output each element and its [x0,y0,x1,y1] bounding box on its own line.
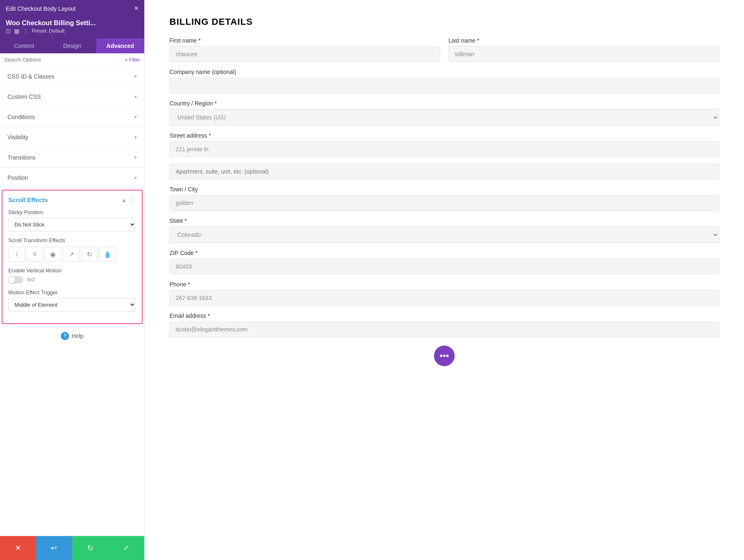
preset-label[interactable]: Preset: Default [32,28,64,34]
address1-label: Street address * [169,132,719,139]
company-row: Company name (optional) [169,69,719,93]
undo-button[interactable]: ↩ [36,536,72,560]
first-name-input[interactable] [169,46,440,62]
phone-input[interactable] [169,290,719,306]
zip-input[interactable] [169,259,719,274]
email-row: Email address * [169,312,719,337]
accordion-visibility: Visibility ▾ [0,127,144,148]
fab-button[interactable]: ••• [434,346,455,366]
enable-vertical-label: Enable Vertical Motion [8,267,136,274]
filter-button[interactable]: + Filter [125,57,140,63]
accordion-position-header[interactable]: Position ▾ [0,168,144,188]
chevron-down-icon: ▾ [134,134,137,140]
help-footer: ? Help [0,326,144,346]
scroll-effects-header: Scroll Effects ▲ ⋮ [8,196,136,203]
phone-group: Phone * [169,281,719,306]
transparency-icon-btn[interactable]: ◉ [45,247,61,262]
state-label: State * [169,217,719,224]
columns-icon[interactable]: ▦ [14,28,19,34]
tab-content[interactable]: Content [0,38,48,53]
address1-row: Street address * [169,132,719,157]
tab-advanced[interactable]: Advanced [96,38,144,53]
transform-effects-label: Scroll Transform Effects [8,237,136,243]
edit-icon[interactable]: ⊡ [6,28,11,34]
horizontal-motion-icon-btn[interactable]: ≡ [26,247,43,262]
search-input[interactable] [4,57,122,63]
accordion-custom-css-label: Custom CSS [7,93,41,100]
accordion-visibility-header[interactable]: Visibility ▾ [0,127,144,147]
rotate-icon-btn[interactable]: ↻ [81,247,98,262]
email-label: Email address * [169,312,719,319]
email-group: Email address * [169,312,719,337]
sticky-position-select[interactable]: Do Not Stick Top of Page Bottom of Page [8,218,136,231]
billing-title: BILLING DETAILS [169,17,719,27]
zip-label: ZIP Code * [169,250,719,256]
city-label: Town / City [169,186,719,193]
city-input[interactable] [169,195,719,211]
help-label[interactable]: Help [72,333,83,339]
scroll-effects-title: Scroll Effects [8,196,48,203]
state-group: State * Colorado [169,217,719,243]
accordion-css-id-label: CSS ID & Classes [7,73,55,80]
vertical-motion-icon-btn[interactable]: ↕ [8,247,25,262]
panel-subheader: Woo Checkout Billing Setti... ⊡ ▦ ⋮ Pres… [0,17,144,38]
chevron-down-icon: ▾ [134,74,137,79]
toggle-no-label: NO [27,277,35,283]
address2-row [169,164,719,179]
accordion-conditions-label: Conditions [7,114,35,120]
accordion-conditions-header[interactable]: Conditions ▾ [0,107,144,127]
last-name-input[interactable] [448,46,719,62]
address1-input[interactable] [169,141,719,157]
panel-header-title: Edit Checkout Body Layout [6,5,76,12]
first-name-label: First name * [169,37,440,44]
collapse-icon[interactable]: ▲ [121,197,127,203]
accordion-custom-css: Custom CSS ▾ [0,87,144,107]
chevron-down-icon: ▾ [134,94,137,100]
tab-design[interactable]: Design [48,38,96,53]
phone-row: Phone * [169,281,719,306]
chevron-down-icon: ▾ [134,114,137,120]
panel-scrollable: CSS ID & Classes ▾ Custom CSS ▾ Conditio… [0,67,144,536]
bottom-bar: ✕ ↩ ↻ ✓ [0,536,144,560]
country-row: Country / Region * United States (US) [169,100,719,126]
scroll-effects-section: Scroll Effects ▲ ⋮ Sticky Position Do No… [2,190,143,324]
accordion-custom-css-header[interactable]: Custom CSS ▾ [0,87,144,107]
country-label: Country / Region * [169,100,719,107]
motion-trigger-label: Motion Effect Trigger [8,289,136,295]
motion-trigger-select[interactable]: Middle of Element Top of Element Bottom … [8,298,136,312]
close-button[interactable]: × [134,4,138,13]
sticky-position-label: Sticky Position [8,209,136,215]
save-button[interactable]: ✓ [108,536,144,560]
accordion-css-id-header[interactable]: CSS ID & Classes ▾ [0,67,144,86]
zip-group: ZIP Code * [169,250,719,274]
tab-bar: Content Design Advanced [0,38,144,53]
more-options-icon[interactable]: ⋮ [130,197,136,203]
country-select[interactable]: United States (US) [169,109,719,126]
scroll-effects-controls: ▲ ⋮ [121,197,136,203]
help-icon: ? [61,332,69,340]
chevron-down-icon: ▾ [134,155,137,160]
email-input[interactable] [169,322,719,337]
redo-button[interactable]: ↻ [72,536,108,560]
address2-input[interactable] [169,164,719,179]
state-select[interactable]: Colorado [169,226,719,243]
enable-vertical-toggle[interactable] [8,276,23,284]
last-name-group: Last name * [448,37,719,62]
left-panel: Edit Checkout Body Layout × Woo Checkout… [0,0,145,560]
accordion-position: Position ▾ [0,168,144,188]
billing-form-panel: BILLING DETAILS First name * Last name *… [145,0,744,560]
company-input[interactable] [169,78,719,93]
toggle-row: NO [8,276,136,284]
skew-icon-btn[interactable]: ↗ [63,247,79,262]
last-name-label: Last name * [448,37,719,44]
transform-icons-group: ↕ ≡ ◉ ↗ ↻ 💧 [8,247,136,262]
blur-icon-btn[interactable]: 💧 [99,247,116,262]
accordion-transitions-header[interactable]: Transitions ▾ [0,148,144,167]
company-label: Company name (optional) [169,69,719,75]
first-name-group: First name * [169,37,440,62]
accordion-transitions: Transitions ▾ [0,148,144,168]
fab-icon: ••• [439,350,449,361]
more-icon[interactable]: ⋮ [23,28,29,34]
accordion-conditions: Conditions ▾ [0,107,144,127]
cancel-button[interactable]: ✕ [0,536,36,560]
